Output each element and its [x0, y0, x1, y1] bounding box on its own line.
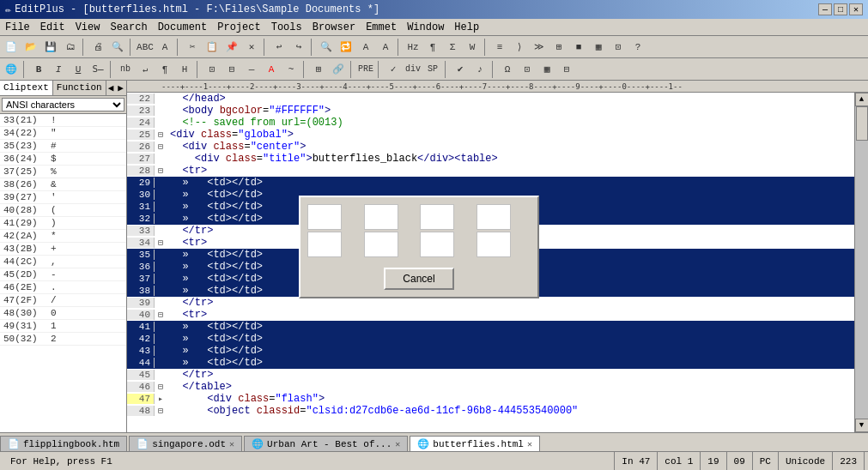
find-button[interactable]: 🔍 [317, 38, 336, 57]
line-content[interactable]: <div class="title">butterflies_black</di… [167, 153, 498, 165]
br-button[interactable]: ↵ [136, 60, 155, 79]
line-content[interactable]: <body bgcolor="#FFFFFF"> [167, 105, 331, 117]
highlight-button[interactable]: ~ [282, 60, 300, 79]
underline-button[interactable]: U [69, 60, 88, 79]
tab-flipplingbook[interactable]: 📄 flipplingbook.htm [0, 436, 127, 451]
line-content[interactable]: <div class="center"> [167, 141, 306, 153]
table-cell[interactable] [476, 204, 511, 230]
fold-icon[interactable]: ⊟ [155, 382, 167, 392]
button-q[interactable]: ⊟ [557, 60, 576, 79]
button-f[interactable]: Σ [443, 38, 462, 57]
code-area[interactable]: 22 </head> 23 <body bgcolor="#FFFFFF"> 2… [127, 93, 854, 432]
button-p[interactable]: ▦ [537, 60, 556, 79]
tab-close-icon[interactable]: ✕ [395, 439, 400, 449]
line-content[interactable]: </tr> [167, 369, 213, 381]
table-cell[interactable] [420, 204, 454, 230]
button-d[interactable]: Hz [404, 38, 422, 57]
list-item[interactable]: 46(2E) . [0, 281, 126, 294]
list-item[interactable]: 44(2C) , [0, 256, 126, 268]
line-content[interactable]: <object classid="clsid:d27cdb6e-ae6d-11c… [167, 405, 578, 417]
delete-button[interactable]: ✕ [242, 38, 261, 57]
table-cell[interactable] [476, 232, 511, 257]
h-button[interactable]: H [175, 60, 194, 79]
line-content[interactable]: » <td></td> [167, 249, 263, 261]
line-content[interactable]: » <td></td> [167, 213, 263, 225]
tab-urban-art[interactable]: 🌐 Urban Art - Best of... ✕ [244, 436, 408, 451]
menu-tools[interactable]: Tools [266, 20, 307, 35]
panel-dropdown[interactable]: ANSI characters [0, 96, 126, 114]
list-item[interactable]: 35(23) # [0, 140, 126, 153]
line-content[interactable]: » <td></td> [167, 333, 263, 345]
line-content[interactable]: <tr> [167, 237, 207, 249]
nb-button[interactable]: nb [116, 60, 135, 79]
line-content[interactable]: » <td></td> [167, 345, 263, 357]
scroll-up-arrow[interactable]: ▲ [855, 93, 869, 106]
line-content[interactable]: <tr> [167, 309, 207, 321]
fold-icon[interactable]: ⊟ [155, 406, 167, 416]
button-k[interactable]: ■ [569, 38, 588, 57]
table-cell[interactable] [364, 232, 398, 257]
link-button[interactable]: 🔗 [329, 60, 348, 79]
color-button[interactable]: A [262, 60, 281, 79]
button-l[interactable]: ▦ [589, 38, 608, 57]
fold-icon[interactable]: ⊟ [155, 310, 167, 320]
table-cell[interactable] [420, 232, 454, 257]
button-o[interactable]: ⊡ [518, 60, 537, 79]
line-content[interactable]: » <td></td> [167, 321, 263, 333]
tab-close-icon[interactable]: ✕ [527, 439, 532, 449]
menu-edit[interactable]: Edit [35, 20, 70, 35]
line-content[interactable]: » <td></td> [167, 285, 263, 297]
line-content[interactable]: » <td></td> [167, 357, 263, 369]
button-m[interactable]: ⊡ [609, 38, 628, 57]
list-item[interactable]: 47(2F) / [0, 294, 126, 307]
menu-view[interactable]: View [70, 20, 106, 35]
new-button[interactable]: 📄 [2, 38, 21, 57]
strikethrough-button[interactable]: S̶ [88, 60, 107, 79]
menu-help[interactable]: Help [449, 20, 484, 35]
music-button[interactable]: ♪ [470, 60, 489, 79]
list-item[interactable]: 34(22) " [0, 127, 126, 140]
div-button[interactable]: div [404, 60, 422, 79]
close-button[interactable]: ✕ [849, 3, 863, 15]
button-b[interactable]: A [356, 38, 375, 57]
cut-button[interactable]: ✂ [183, 38, 202, 57]
table-cell[interactable] [307, 232, 342, 257]
menu-browser[interactable]: Browser [307, 20, 361, 35]
tab-close-icon[interactable]: ✕ [229, 439, 234, 449]
list-item[interactable]: 33(21) ! [0, 114, 126, 127]
menu-window[interactable]: Window [402, 20, 449, 35]
button-n[interactable]: ? [628, 38, 647, 57]
list-item[interactable]: 36(24) $ [0, 153, 126, 166]
cancel-button[interactable]: Cancel [384, 268, 453, 290]
line-content[interactable]: <!-- saved from url=(0013) [167, 117, 343, 129]
char-map-button[interactable]: Ω [498, 60, 517, 79]
open-button[interactable]: 📂 [21, 38, 40, 57]
scroll-thumb[interactable] [856, 106, 868, 141]
menu-document[interactable]: Document [153, 20, 213, 35]
list-item[interactable]: 37(25) % [0, 166, 126, 178]
button-g[interactable]: ≡ [490, 38, 509, 57]
menu-search[interactable]: Search [105, 20, 152, 35]
list-item[interactable]: 48(30) 0 [0, 307, 126, 320]
sp-button[interactable]: SP [423, 60, 442, 79]
align-right-button[interactable]: — [242, 60, 261, 79]
menu-project[interactable]: Project [212, 20, 265, 35]
maximize-button[interactable]: □ [834, 3, 847, 15]
list-item[interactable]: 38(26) & [0, 178, 126, 191]
line-content[interactable]: </tr> [167, 225, 213, 237]
list-item[interactable]: 50(32) 2 [0, 333, 126, 346]
tab-function[interactable]: Function [53, 81, 106, 95]
table-cell[interactable] [364, 204, 398, 230]
line-content[interactable]: » <td></td> [167, 273, 263, 285]
table-cell[interactable] [307, 204, 342, 230]
paste-button[interactable]: 📌 [222, 38, 241, 57]
browser-button[interactable]: 🌐 [2, 60, 21, 79]
undo-button[interactable]: ↩ [270, 38, 288, 57]
list-item[interactable]: 45(2D) - [0, 268, 126, 281]
list-item[interactable]: 43(2B) + [0, 243, 126, 256]
list-item[interactable]: 39(27) ' [0, 191, 126, 204]
line-content[interactable]: » <td></td> [167, 189, 263, 201]
fold-icon[interactable]: ⊟ [155, 166, 167, 176]
save-all-button[interactable]: 🗂 [61, 38, 80, 57]
tab-prev-arrow[interactable]: ◀ [106, 81, 117, 95]
